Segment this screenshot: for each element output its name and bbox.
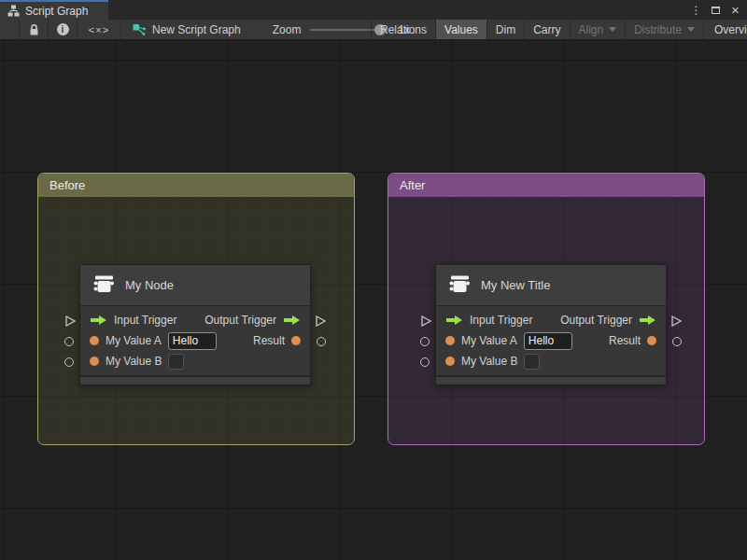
- graph-toolbar: i <×> New Script Graph Zoom: [0, 20, 747, 40]
- data-port-icon: [445, 336, 455, 345]
- data-port-icon: [445, 357, 455, 366]
- code-preview-button[interactable]: <×>: [78, 20, 120, 39]
- zoom-label: Zoom: [273, 23, 302, 36]
- node-my-node[interactable]: My Node Input Trigger Output Trigger: [79, 264, 311, 385]
- value-b-connector[interactable]: [420, 357, 430, 367]
- port-row-value-b: My Value B: [80, 351, 310, 371]
- node-title: My New Title: [481, 278, 550, 292]
- result-port[interactable]: Result: [609, 334, 656, 347]
- node-my-new-title[interactable]: My New Title Input Trigger Output Trigge…: [435, 264, 667, 385]
- result-label: Result: [253, 334, 285, 347]
- distribute-label: Distribute: [634, 23, 682, 36]
- chevron-down-icon: [609, 27, 616, 32]
- port-row-trigger: Input Trigger Output Trigger: [80, 310, 310, 330]
- output-trigger-label: Output Trigger: [204, 314, 276, 327]
- node-ports: Input Trigger Output Trigger My Value A: [80, 306, 310, 375]
- lock-button[interactable]: [20, 20, 48, 39]
- port-row-value-b: My Value B: [436, 351, 666, 371]
- value-a-port[interactable]: My Value A: [90, 332, 217, 350]
- result-label: Result: [609, 334, 641, 347]
- output-trigger-connector[interactable]: [670, 315, 682, 327]
- value-a-label: My Value A: [461, 334, 517, 347]
- node-header[interactable]: My New Title: [436, 265, 666, 306]
- tab-script-graph[interactable]: Script Graph: [0, 0, 108, 20]
- graph-canvas[interactable]: Before After My Nod: [0, 40, 747, 560]
- group-after-header[interactable]: After: [388, 174, 704, 197]
- data-port-icon: [291, 336, 301, 345]
- input-trigger-label: Input Trigger: [114, 314, 176, 327]
- node-footer: [436, 375, 666, 384]
- value-b-field[interactable]: [168, 354, 184, 370]
- value-b-connector[interactable]: [64, 357, 74, 367]
- window-maximize-button[interactable]: [708, 2, 724, 18]
- script-graph-window: Script Graph ⋮ × i: [0, 0, 747, 560]
- node-title: My Node: [125, 278, 174, 292]
- value-a-label: My Value A: [106, 334, 162, 347]
- exec-arrow-icon: [90, 315, 107, 326]
- value-b-label: My Value B: [106, 355, 162, 368]
- exec-arrow-icon: [445, 315, 463, 326]
- port-row-trigger: Input Trigger Output Trigger: [436, 310, 666, 330]
- distribute-dropdown[interactable]: Distribute: [626, 20, 703, 39]
- align-dropdown[interactable]: Align: [571, 20, 626, 39]
- node-ports: Input Trigger Output Trigger My Value A: [436, 306, 666, 375]
- window-controls: ⋮ ×: [688, 0, 743, 20]
- exec-arrow-icon: [283, 315, 301, 326]
- value-a-port[interactable]: My Value A: [445, 332, 572, 350]
- info-icon: i: [57, 23, 69, 35]
- script-graph-asset-icon: [133, 23, 146, 36]
- data-port-icon: [90, 357, 99, 366]
- value-a-field[interactable]: [168, 332, 217, 350]
- toolbar-right: Relations Values Dim Carry Align Distrib…: [371, 20, 747, 39]
- code-icon: <×>: [89, 24, 109, 35]
- carry-toggle[interactable]: Carry: [525, 20, 569, 39]
- exec-arrow-icon: [639, 315, 656, 326]
- value-b-field[interactable]: [524, 354, 540, 370]
- unit-icon: [92, 272, 116, 300]
- maximize-icon: [712, 7, 720, 14]
- toolbar-edge: [0, 20, 19, 39]
- window-close-button[interactable]: ×: [727, 2, 743, 18]
- graph-name-label: New Script Graph: [152, 23, 241, 36]
- data-port-icon: [647, 336, 656, 345]
- group-before-header[interactable]: Before: [38, 174, 354, 197]
- input-trigger-connector[interactable]: [420, 315, 431, 327]
- output-trigger-port[interactable]: Output Trigger: [560, 314, 656, 327]
- data-port-icon: [90, 336, 99, 345]
- relations-toggle[interactable]: Relations: [372, 20, 435, 39]
- node-header[interactable]: My Node: [80, 265, 310, 306]
- group-before-title: Before: [49, 178, 85, 192]
- value-b-port[interactable]: My Value B: [445, 354, 540, 370]
- output-trigger-port[interactable]: Output Trigger: [204, 314, 301, 327]
- graph-title-area: New Script Graph: [121, 23, 250, 36]
- input-trigger-connector[interactable]: [64, 315, 76, 327]
- align-label: Align: [579, 23, 604, 36]
- input-trigger-port[interactable]: Input Trigger: [445, 314, 532, 327]
- input-trigger-label: Input Trigger: [470, 314, 532, 327]
- chevron-down-icon: [687, 27, 695, 32]
- window-menu-button[interactable]: ⋮: [688, 2, 704, 18]
- value-a-field[interactable]: [524, 332, 572, 350]
- tab-strip: Script Graph ⋮ ×: [0, 0, 747, 20]
- port-row-value-a: My Value A Result: [436, 330, 666, 351]
- result-port[interactable]: Result: [253, 334, 301, 347]
- values-toggle[interactable]: Values: [436, 20, 486, 39]
- lock-icon: [28, 23, 40, 36]
- value-a-connector[interactable]: [420, 337, 430, 346]
- dim-toggle[interactable]: Dim: [487, 20, 524, 39]
- output-trigger-connector[interactable]: [315, 315, 326, 327]
- hierarchy-graph-icon: [7, 5, 20, 17]
- toolbar-left: i <×> New Script Graph Zoom: [0, 20, 410, 39]
- result-connector[interactable]: [672, 337, 682, 346]
- group-after-title: After: [400, 178, 425, 192]
- inspect-button[interactable]: i: [49, 20, 77, 39]
- result-connector[interactable]: [317, 337, 326, 346]
- unit-icon: [447, 272, 472, 300]
- node-footer: [80, 375, 310, 384]
- value-b-port[interactable]: My Value B: [90, 354, 184, 370]
- value-a-connector[interactable]: [64, 337, 74, 346]
- value-b-label: My Value B: [461, 355, 517, 368]
- overview-button[interactable]: Overview: [704, 20, 747, 39]
- output-trigger-label: Output Trigger: [560, 314, 632, 327]
- input-trigger-port[interactable]: Input Trigger: [90, 314, 176, 327]
